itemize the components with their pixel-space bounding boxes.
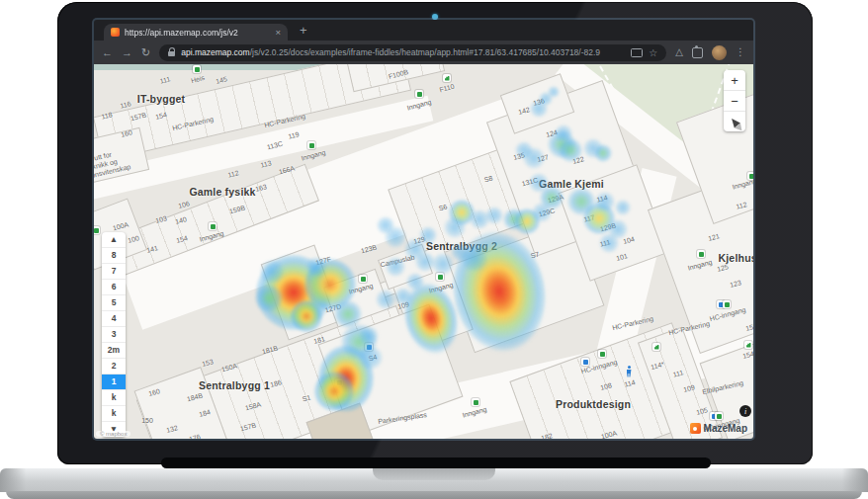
stairs-icon[interactable] [652,343,660,351]
floor-button-6[interactable]: 6 [102,280,126,295]
mazemap-logo-text: MazeMap [704,423,747,434]
floor-button-8[interactable]: 8 [102,248,126,264]
zoom-in-button[interactable]: + [724,70,745,91]
entrance-icon[interactable] [472,398,479,406]
entrance-icon[interactable] [307,141,315,149]
zoom-out-button[interactable]: − [724,91,745,112]
entrance-icon[interactable] [94,226,100,234]
profile-avatar[interactable] [712,45,727,60]
bookmark-star-icon[interactable]: ☆ [649,47,657,58]
favicon [111,28,120,37]
room-label: 145 [215,75,227,85]
reload-icon[interactable]: ↻ [141,47,150,58]
floor-button-2m[interactable]: 2m [102,343,126,359]
entrance-icon[interactable] [747,172,753,180]
address-bar[interactable]: api.mazemap.com/js/v2.0.25/docs/examples… [159,44,666,61]
laptop-mockup: https://api.mazemap.com/js/v2 × + ← → ↻ … [0,0,868,499]
map-zoom-control: + − [724,70,745,131]
room-label: Heis [190,74,205,84]
mazemap-logo-icon [690,423,701,434]
mazemap-logo[interactable]: MazeMap [690,423,747,434]
floor-button-4[interactable]: 4 [102,311,126,327]
compass-button[interactable] [724,112,745,131]
browser-tab[interactable]: https://api.mazemap.com/js/v2 × [104,24,288,41]
laptop-hinge-slot [161,457,711,468]
entrance-icon[interactable] [723,300,731,308]
entrance-icon[interactable] [359,275,367,283]
entrance-icon[interactable] [436,273,444,281]
accessible-entrance-icon[interactable] [335,378,343,386]
url-path: /js/v2.0.25/docs/examples/iframe-fiddles… [250,47,600,57]
entrance-icon[interactable] [209,222,217,230]
floor-button-5[interactable]: 5 [102,295,126,311]
laptop-base-notch [373,468,495,480]
stairs-icon[interactable] [744,341,752,349]
map-attribution[interactable]: © mapbox [96,431,130,437]
building-label: Gamle fysikk [189,186,255,198]
info-button[interactable]: i [739,405,751,417]
accessible-entrance-icon[interactable] [365,343,373,351]
new-tab-button[interactable]: + [300,23,307,38]
back-icon[interactable]: ← [102,47,113,58]
extensions-puzzle-icon[interactable] [692,47,703,58]
room-label: 150 [141,417,153,424]
building-label: IT-bygget [137,93,185,105]
floor-selector[interactable]: ▲8765432m21kk▼ [102,232,126,437]
tab-title: https://api.mazemap.com/js/v2 [125,28,270,38]
building-label: Kjelhuset [718,252,753,264]
compass-needle-icon [729,116,740,127]
room-label: 152 [744,322,753,332]
room-label: 113 [260,159,273,169]
map-canvas[interactable]: ▲8765432m21kk▼ + − i MazeMap © mapbox IT… [94,64,753,439]
elevator-icon[interactable] [193,65,201,73]
floor-button-7[interactable]: 7 [102,264,126,280]
browser-window: https://api.mazemap.com/js/v2 × + ← → ↻ … [94,20,753,439]
lock-icon [168,51,175,56]
menu-dots-icon[interactable]: ⋮ [736,47,745,57]
room-label: 112 [227,169,240,179]
building-label: Sentralbygg 2 [426,240,497,252]
entrance-icon[interactable] [697,250,705,258]
extension-triangle-icon[interactable]: △ [675,47,683,57]
forward-icon[interactable]: → [122,47,132,58]
building-label: Gamle Kjemi [539,178,604,190]
accessible-entrance-icon[interactable] [581,358,589,366]
floor-button-2[interactable]: 2 [102,359,126,374]
floor-button-3[interactable]: 3 [102,327,126,343]
laptop-base-bottom [6,491,862,499]
floor-button-k[interactable]: k [102,406,126,422]
floor-button-k[interactable]: k [102,390,126,406]
tab-close-icon[interactable]: × [275,27,281,38]
toilet-person-icon[interactable] [625,366,633,377]
entrance-icon[interactable] [598,350,606,358]
floor-up-button[interactable]: ▲ [102,232,126,248]
stairs-icon[interactable] [443,74,451,82]
room-label: F110 [439,83,456,94]
url-domain: api.mazemap.com [181,47,249,57]
cast-icon[interactable] [631,48,643,57]
building-label: Produktdesign [556,398,631,410]
tab-bar: https://api.mazemap.com/js/v2 × + [94,20,753,41]
room-label: 111 [159,75,171,85]
entrance-icon[interactable] [715,412,723,420]
url-text: api.mazemap.com/js/v2.0.25/docs/examples… [181,47,625,57]
browser-toolbar: ← → ↻ api.mazemap.com/js/v2.0.25/docs/ex… [94,41,753,64]
room-label: 153 [201,358,214,368]
entrance-icon[interactable] [415,90,423,98]
room-label: Inngang [301,148,326,161]
building-label: Sentralbygg 1 [199,379,270,391]
floor-button-1[interactable]: 1 [102,374,126,390]
